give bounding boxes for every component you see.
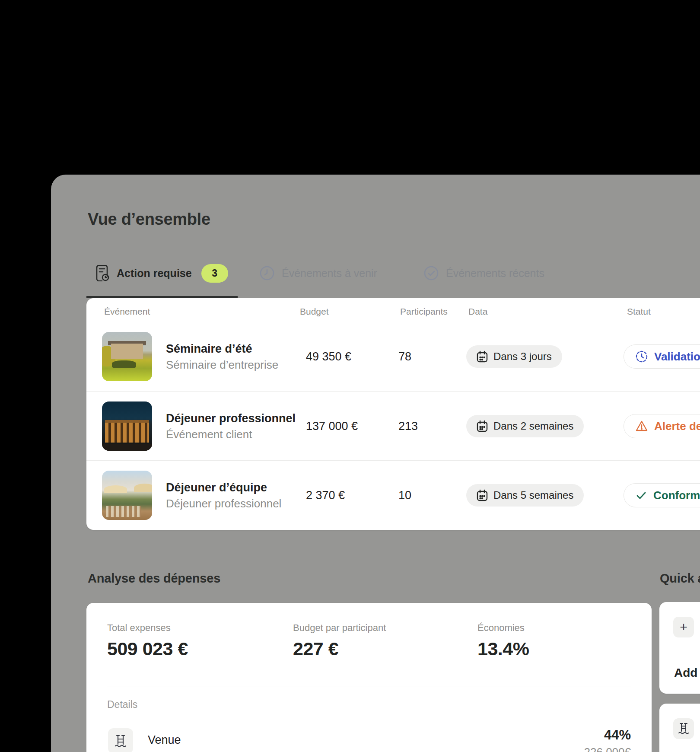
tab-count-badge: 3 — [201, 264, 228, 283]
event-date-chip: Dans 5 semaines — [466, 484, 584, 507]
screen: Vue d’ensemble Action requise 3 — [0, 0, 700, 752]
status-label: Conforme — [653, 489, 700, 502]
event-title: Séminaire d’été — [166, 341, 278, 357]
table-row[interactable]: Déjeuner d’équipe Déjeuner professionnel… — [86, 460, 700, 530]
event-participants: 213 — [398, 420, 418, 433]
plus-icon-box[interactable]: + — [673, 617, 694, 637]
expenses-heading: Analyse des dépenses — [88, 571, 220, 586]
column-header-budget: Budget — [300, 306, 329, 317]
quick-actions-heading: Quick actions — [660, 571, 700, 586]
event-title: Déjeuner d’équipe — [166, 479, 281, 496]
table-row[interactable]: Séminaire d’été Séminaire d’entreprise 4… — [86, 322, 700, 391]
event-date-chip: Dans 3 jours — [466, 345, 562, 368]
column-header-participants: Participants — [400, 306, 448, 317]
warning-triangle-icon — [635, 420, 648, 433]
quick-card-add[interactable]: + Add — [659, 602, 700, 694]
column-header-evenement: Événement — [104, 306, 150, 317]
check-icon — [635, 489, 647, 501]
stat-label-per-participant: Budget par participant — [293, 622, 386, 634]
active-tab-underline — [86, 296, 238, 298]
event-date-label: Dans 3 jours — [493, 351, 552, 363]
event-subtitle: Déjeuner professionnel — [166, 496, 281, 511]
stat-label-total: Total expenses — [107, 622, 171, 634]
status-badge: Conforme — [624, 483, 700, 507]
plus-icon: + — [680, 621, 687, 634]
quick-card-pool[interactable] — [659, 704, 700, 752]
event-titles: Déjeuner d’équipe Déjeuner professionnel — [166, 479, 281, 511]
expenses-card: Total expenses Budget par participant Éc… — [86, 603, 652, 752]
tab-action-requise[interactable]: Action requise 3 — [94, 259, 228, 287]
clock-icon — [259, 265, 275, 281]
tab-evenements-a-venir[interactable]: Événements à venir — [259, 259, 377, 287]
document-clock-icon — [94, 265, 110, 281]
event-participants: 78 — [398, 350, 411, 363]
divider — [107, 686, 631, 686]
event-date-label: Dans 2 semaines — [493, 420, 573, 432]
quick-card-label: Add — [674, 666, 697, 680]
status-label: Validation requise — [654, 350, 700, 363]
column-header-data: Data — [468, 306, 487, 317]
stat-value-per-participant: 227 € — [293, 638, 338, 660]
check-circle-icon — [423, 265, 439, 281]
calendar-icon — [477, 351, 488, 363]
event-thumbnail — [102, 471, 152, 520]
event-title: Déjeuner professionnel — [166, 410, 296, 427]
event-subtitle: Événement client — [166, 427, 296, 442]
details-label: Details — [107, 699, 137, 711]
event-budget: 49 350 € — [306, 350, 351, 363]
event-titles: Séminaire d’été Séminaire d’entreprise — [166, 341, 278, 373]
detail-row-name: Venue — [148, 733, 181, 747]
events-table: Événement Budget Participants Data Statu… — [86, 298, 700, 530]
event-budget: 2 370 € — [306, 489, 345, 502]
event-budget: 137 000 € — [306, 420, 358, 433]
stat-label-savings: Économies — [477, 622, 525, 634]
page-title: Vue d’ensemble — [88, 210, 210, 229]
event-thumbnail — [102, 401, 152, 451]
event-subtitle: Séminaire d’entreprise — [166, 357, 278, 373]
stat-value-total: 509 023 € — [107, 638, 188, 660]
tab-label: Action requise — [117, 267, 192, 280]
event-date-label: Dans 5 semaines — [493, 489, 573, 501]
venue-icon-box — [108, 728, 133, 752]
stat-value-savings: 13.4% — [477, 638, 529, 660]
table-row[interactable]: Déjeuner professionnel Événement client … — [86, 391, 700, 461]
event-participants: 10 — [398, 489, 411, 502]
status-badge: Validation requise — [624, 344, 700, 369]
calendar-icon — [477, 489, 488, 501]
dashboard-panel: Vue d’ensemble Action requise 3 — [51, 175, 700, 752]
calendar-icon — [477, 420, 488, 432]
detail-row-amount: 226 000€ — [584, 746, 631, 752]
venue-icon — [114, 734, 127, 748]
tab-label: Événements à venir — [282, 267, 377, 280]
clock-dashed-icon — [635, 350, 648, 363]
event-thumbnail — [102, 332, 152, 381]
pool-ladder-icon — [678, 722, 690, 735]
tab-evenements-recents[interactable]: Événements récents — [423, 259, 544, 287]
column-header-statut: Statut — [627, 306, 651, 317]
table-header: Événement Budget Participants Data Statu… — [86, 298, 700, 322]
status-badge: Alerte de coût — [624, 414, 700, 438]
tab-label: Événements récents — [446, 267, 544, 280]
pool-icon-box[interactable] — [673, 718, 694, 739]
event-titles: Déjeuner professionnel Événement client — [166, 410, 296, 442]
event-date-chip: Dans 2 semaines — [466, 415, 584, 437]
status-label: Alerte de coût — [654, 420, 700, 433]
detail-row-percent: 44% — [604, 727, 631, 743]
